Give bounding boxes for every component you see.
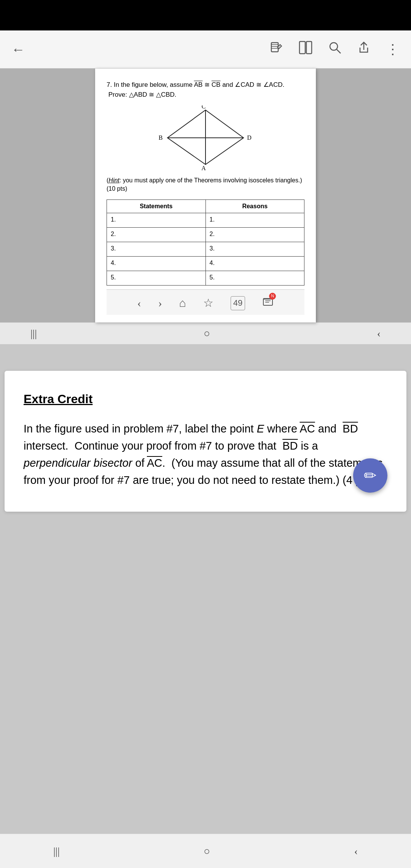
statement-cell-3: 3. xyxy=(107,242,206,257)
bottom-home-icon[interactable]: ○ xyxy=(204,845,210,857)
doc-page: 7. In the figure below, assume AB ≅ CB a… xyxy=(95,69,316,322)
statement-cell-5: 5. xyxy=(107,271,206,286)
status-bar xyxy=(0,0,411,30)
svg-point-6 xyxy=(330,43,338,50)
svg-line-7 xyxy=(337,49,341,53)
problem-text: 7. In the figure below, assume AB ≅ CB a… xyxy=(107,80,304,99)
table-header-reasons: Reasons xyxy=(206,199,304,213)
fab-edit-button[interactable]: ✏ xyxy=(353,458,387,493)
table-header-statements: Statements xyxy=(107,199,206,213)
notification-badge: N xyxy=(269,293,276,300)
proof-table: Statements Reasons 1.1.2.2.3.3.4.4.5.5. xyxy=(107,199,304,286)
sys-nav-pdf: ||| ○ ‹ xyxy=(0,322,411,344)
table-row: 3.3. xyxy=(107,242,304,257)
problem-number: 7. xyxy=(107,81,112,88)
segment-cb: CB xyxy=(212,81,221,88)
hint-text: (Hint: you must apply one of the Theorem… xyxy=(107,176,304,193)
search-icon[interactable] xyxy=(328,41,342,58)
point-e: E xyxy=(257,423,264,435)
table-row: 5.5. xyxy=(107,271,304,286)
pdf-home-button[interactable]: ⌂ xyxy=(179,295,186,311)
toolbar: ← xyxy=(0,30,411,69)
extra-credit-title: Extra Credit xyxy=(24,390,387,409)
sys-back-icon[interactable]: ‹ xyxy=(377,327,381,340)
share-icon[interactable] xyxy=(357,41,371,58)
svg-rect-5 xyxy=(306,41,312,54)
pdf-prev-button[interactable]: ‹ xyxy=(137,295,141,311)
statement-cell-4: 4. xyxy=(107,257,206,271)
statement-cell-2: 2. xyxy=(107,228,206,242)
back-button[interactable]: ← xyxy=(11,41,25,57)
svg-text:A: A xyxy=(201,165,206,170)
segment-ac2: AC xyxy=(147,457,162,469)
sys-bars-icon[interactable]: ||| xyxy=(30,327,37,340)
hint-label: Hint xyxy=(108,177,119,183)
section-gap xyxy=(0,344,411,367)
svg-rect-4 xyxy=(299,41,305,54)
pdf-next-button[interactable]: › xyxy=(158,295,162,311)
segment-bd: BD xyxy=(342,423,358,435)
pdf-pages-button[interactable]: 49 xyxy=(231,296,245,310)
reason-cell-1: 1. xyxy=(206,213,304,228)
layout-icon[interactable] xyxy=(298,40,313,58)
sys-home-icon[interactable]: ○ xyxy=(204,327,210,340)
highlight-icon[interactable] xyxy=(269,40,283,58)
bottom-back-icon[interactable]: ‹ xyxy=(354,845,358,857)
bottom-bars-icon[interactable]: ||| xyxy=(53,845,60,857)
statement-cell-1: 1. xyxy=(107,213,206,228)
pdf-bottom-nav: ‹ › ⌂ ☆ 49 N xyxy=(107,289,304,315)
segment-bd2: BD xyxy=(282,440,298,452)
table-row: 1.1. xyxy=(107,213,304,228)
segment-ac: AC xyxy=(299,423,315,435)
perpendicular-bisector-text: perpendicular bisector xyxy=(24,457,132,469)
reason-cell-2: 2. xyxy=(206,228,304,242)
svg-text:D: D xyxy=(247,134,252,141)
pdf-star-button[interactable]: ☆ xyxy=(203,295,213,311)
segment-ab: AB xyxy=(194,81,203,88)
table-row: 2.2. xyxy=(107,228,304,242)
table-row: 4.4. xyxy=(107,257,304,271)
extra-credit-body: In the figure used in problem #7, label … xyxy=(24,420,387,489)
reason-cell-4: 4. xyxy=(206,257,304,271)
document-viewer: 7. In the figure below, assume AB ≅ CB a… xyxy=(0,69,411,322)
reason-cell-5: 5. xyxy=(206,271,304,286)
svg-text:B: B xyxy=(159,134,163,141)
pencil-icon: ✏ xyxy=(364,464,377,487)
reason-cell-3: 3. xyxy=(206,242,304,257)
pdf-notification-button[interactable]: N xyxy=(262,295,274,311)
sys-nav-bottom: ||| ○ ‹ xyxy=(0,834,411,868)
geometry-figure: C B D A xyxy=(107,105,304,170)
more-icon[interactable]: ⋮ xyxy=(386,41,400,57)
svg-text:C: C xyxy=(202,105,206,110)
extra-credit-card: Extra Credit In the figure used in probl… xyxy=(5,371,406,511)
